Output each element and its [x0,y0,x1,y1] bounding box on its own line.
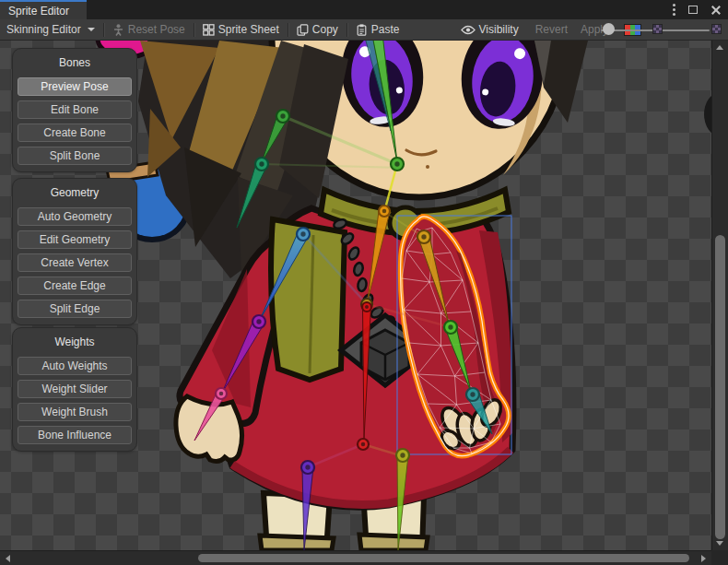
scroll-up-icon[interactable] [716,45,723,50]
necklace [333,218,429,385]
tab-sprite-editor[interactable]: Sprite Editor [0,0,87,19]
bone-connectors [262,116,451,467]
close-icon[interactable] [710,5,721,15]
scrollbar-corner [711,550,728,565]
chin-dot [426,165,429,169]
panel-geometry: GeometryAuto GeometryEdit GeometryCreate… [12,178,137,325]
scroll-down-icon[interactable] [716,541,723,546]
panel-button-split-bone[interactable]: Split Bone [18,147,132,165]
arm-shade [456,251,502,433]
panel-button-edit-bone[interactable]: Edit Bone [18,100,132,119]
toolbar-sprite-sheet[interactable]: Sprite Sheet [196,19,286,40]
copy-label: Copy [312,23,338,36]
tab-title: Sprite Editor [8,5,69,18]
horizontal-scrollbar-thumb[interactable] [198,554,689,562]
toolbar-copy[interactable]: Copy [290,19,345,40]
bone-leg-l[interactable] [301,461,314,550]
scarf-band [321,190,509,234]
bone-head[interactable] [365,41,397,162]
hair-back [138,41,343,278]
skeleton-bones[interactable] [194,41,492,550]
scarf-tail [271,219,345,380]
panel-button-create-bone[interactable]: Create Bone [18,124,132,142]
dress-hem-shade [232,450,511,505]
cheek-shading [503,53,542,175]
visibility-label: Visibility [479,23,519,36]
scroll-right-icon[interactable] [701,555,706,562]
horizontal-scrollbar[interactable] [0,550,711,565]
toolbar-reset-pose[interactable]: Reset Pose [106,19,192,40]
toolbar-revert[interactable]: Revert [529,19,574,40]
arm-outline-highlight [401,217,509,456]
vertical-scrollbar[interactable] [711,41,728,550]
left-hand [176,396,242,461]
selected-arm-sprite[interactable] [401,217,509,456]
scroll-left-icon[interactable] [6,555,10,562]
separator [346,23,347,37]
texture-small-icon [652,24,663,34]
left-sleeve-shade [212,269,251,407]
scarf-band-shadow [332,208,498,226]
joint-chin[interactable] [391,158,404,171]
bone-spine-upper[interactable] [368,206,390,300]
reset-pose-icon [112,24,124,36]
separator [288,23,288,37]
separator [194,23,194,37]
panel-weights: WeightsAuto WeightsWeight SliderWeight B… [12,327,137,452]
bone-hair-lower[interactable] [237,158,268,228]
paste-label: Paste [371,23,400,36]
kebab-menu-icon[interactable] [673,8,675,11]
hair-spikes [140,41,588,277]
panel-button-split-edge[interactable]: Split Edge [18,300,132,318]
bone-back[interactable] [260,228,310,320]
mesh-wireframe [402,228,500,453]
panel-button-preview-pose[interactable]: Preview Pose [18,77,132,96]
joint-pelvis[interactable] [358,439,369,450]
scarf-shoulder [390,207,421,239]
vertical-scrollbar-thumb[interactable] [715,235,725,539]
left-sleeve [180,238,281,424]
eye-icon [461,25,476,35]
texture-large-icon [711,24,722,34]
panel-button-create-edge[interactable]: Create Edge [18,277,132,295]
copy-icon [297,24,309,36]
bone-spine-lower[interactable] [362,302,371,439]
bone-arm-r-upper[interactable] [417,230,449,324]
panel-button-auto-geometry[interactable]: Auto Geometry [18,207,132,226]
scarf-tail-fold [310,235,313,373]
legs [260,491,428,550]
bone-arm-r-lower[interactable] [444,321,471,392]
panel-bones: BonesPreview PoseEdit BoneCreate BoneSpl… [12,48,137,172]
dress-shade-right [479,230,512,442]
selection-box[interactable] [397,216,511,454]
left-eye [335,41,429,132]
dress [229,208,513,507]
panel-title: Geometry [13,186,136,199]
hand-fingers [438,397,505,453]
face [272,41,567,197]
paste-icon [356,24,368,36]
sprite-sheet-label: Sprite Sheet [218,23,279,36]
joint-hip[interactable] [361,299,372,310]
toolbar-paste[interactable]: Paste [349,19,406,40]
bone-head-back[interactable] [354,41,391,131]
panel-button-edit-geometry[interactable]: Edit Geometry [18,230,132,249]
toolbar-visibility[interactable]: Visibility [454,19,525,40]
toolbar-mode-dropdown[interactable]: Skinning Editor [0,19,101,40]
bone-hair-upper[interactable] [262,110,289,162]
maximize-icon[interactable] [688,6,698,14]
bone-hand-r[interactable] [466,388,492,434]
character-sprite[interactable] [138,41,588,550]
panel-button-auto-weights[interactable]: Auto Weights [18,357,132,375]
bone-leg-r[interactable] [396,449,409,550]
bone-arm-l-lower[interactable] [194,388,227,441]
panel-button-bone-influence[interactable]: Bone Influence [18,426,132,444]
mode-dropdown-label: Skinning Editor [6,23,81,36]
panel-title: Bones [13,56,136,69]
panel-button-create-vertex[interactable]: Create Vertex [18,253,132,272]
reset-pose-label: Reset Pose [128,23,185,36]
panel-button-weight-brush[interactable]: Weight Brush [18,403,132,421]
bone-arm-l-upper[interactable] [222,315,265,393]
tab-bar: Sprite Editor [0,0,728,19]
panel-button-weight-slider[interactable]: Weight Slider [18,380,132,398]
